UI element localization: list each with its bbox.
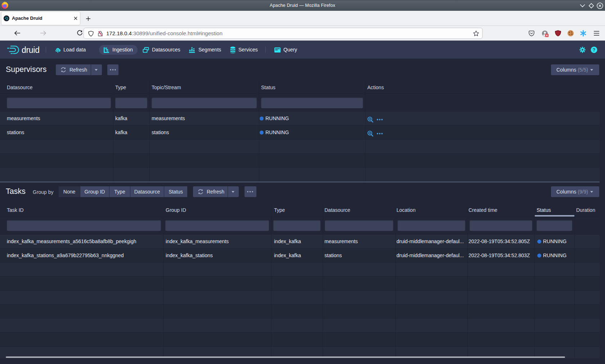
svg-text:?: ? xyxy=(593,47,596,53)
